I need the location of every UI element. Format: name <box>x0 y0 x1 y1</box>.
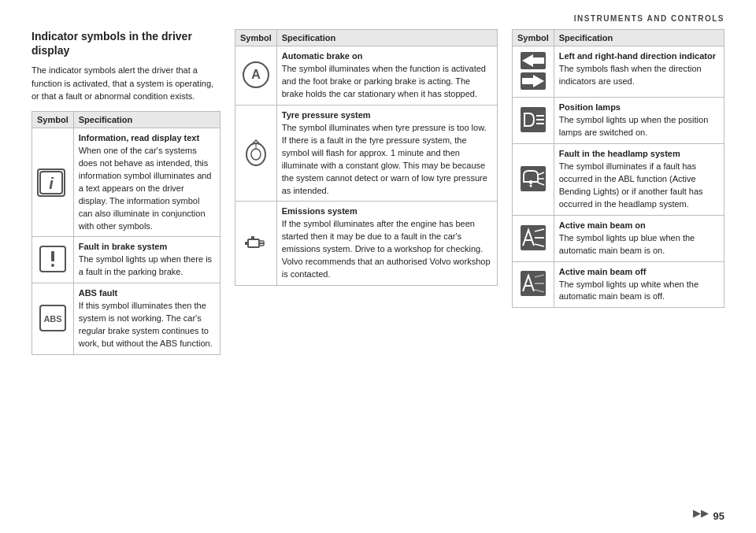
spec-text: The symbol illuminates when tyre pressur… <box>282 122 492 198</box>
spec-cell: Position lamps The symbol lights up when… <box>554 98 724 144</box>
left-section: Indicator symbols in the driver display … <box>32 29 220 355</box>
table-row: Active main beam off The symbol lights u… <box>513 261 724 308</box>
direction-arrows-icon <box>517 50 549 93</box>
middle-table: Symbol Specification A <box>235 29 498 286</box>
svg-rect-4 <box>51 251 54 261</box>
left-col1: Symbol <box>32 111 74 128</box>
table-row: Fault in brake system The symbol lights … <box>32 237 220 283</box>
spec-title: Fault in brake system <box>79 242 215 251</box>
spec-cell: ABS fault If this symbol illuminates the… <box>73 283 220 355</box>
tyre-icon: ! <box>240 139 272 168</box>
spec-text: The symbol lights up white when the auto… <box>559 279 719 304</box>
svg-point-33 <box>529 184 532 187</box>
spec-title: Tyre pressure system <box>282 110 492 120</box>
spec-title: Automatic brake on <box>282 51 492 61</box>
svg-rect-21 <box>533 57 544 64</box>
spec-cell: Fault in brake system The symbol lights … <box>73 237 220 283</box>
right-table: Symbol Specification <box>512 29 724 308</box>
engine-icon <box>240 228 272 258</box>
table-row: A Automatic brake on The symbol illumina… <box>235 46 498 105</box>
table-row: Left and right-hand direction indicator … <box>513 46 724 98</box>
spec-text: When one of the car's systems does not b… <box>79 145 215 233</box>
spec-cell: Information, read display text When one … <box>73 128 220 237</box>
left-section-title: Indicator symbols in the driver display <box>32 29 220 57</box>
auto-brake-icon: A <box>240 61 272 91</box>
spec-cell: Fault in the headlamp system The symbol … <box>554 143 724 215</box>
icon-cell <box>513 215 554 261</box>
icon-cell <box>235 202 277 286</box>
spec-text: The symbols flash when the direction ind… <box>559 63 719 88</box>
svg-point-10 <box>251 149 261 160</box>
icon-cell: ! <box>235 105 277 202</box>
page-header: INSTRUMENTS AND CONTROLS <box>0 0 756 29</box>
mid-col2: Specification <box>276 30 497 46</box>
icon-cell <box>513 143 554 215</box>
spec-cell: Active main beam off The symbol lights u… <box>554 261 724 308</box>
table-row: Position lamps The symbol lights up when… <box>513 98 724 144</box>
table-row: ABS ABS fault If this symbol illuminates… <box>32 283 220 355</box>
spec-cell: Emissions system If the symbol illuminat… <box>276 202 497 286</box>
right-col2: Specification <box>554 30 724 46</box>
table-row: i Information, read display text When on… <box>32 128 220 237</box>
icon-cell <box>513 46 554 98</box>
right-col1: Symbol <box>513 30 554 46</box>
abs-icon: ABS <box>37 304 69 334</box>
left-intro: The indicator symbols alert the driver t… <box>32 64 220 103</box>
spec-cell: Active main beam on The symbol lights up… <box>554 215 724 261</box>
svg-point-3 <box>51 264 54 267</box>
spec-title: Information, read display text <box>79 133 215 143</box>
svg-text:A: A <box>251 68 261 81</box>
table-row: Active main beam on The symbol lights up… <box>513 215 724 261</box>
info-icon: i <box>37 168 65 197</box>
headlamp-fault-icon <box>517 165 549 194</box>
position-lamps-icon <box>517 105 549 135</box>
spec-text: The symbol illuminates when the function… <box>282 63 492 101</box>
main-beam-on-icon <box>517 224 549 254</box>
spec-cell: Left and right-hand direction indicator … <box>554 46 724 98</box>
left-table: Symbol Specification i <box>32 111 220 355</box>
icon-cell: ABS <box>32 283 74 355</box>
spec-title: Active main beam off <box>559 267 719 276</box>
icon-cell: i <box>32 128 74 237</box>
icon-cell: A <box>235 46 277 105</box>
right-section: Symbol Specification <box>512 29 724 355</box>
svg-rect-12 <box>248 239 259 247</box>
icon-cell <box>513 98 554 144</box>
svg-rect-34 <box>529 180 532 184</box>
next-arrow: ▶▶ <box>693 507 709 519</box>
icon-cell <box>513 261 554 308</box>
page-number: 95 <box>713 510 724 522</box>
table-row: Emissions system If the symbol illuminat… <box>235 202 498 286</box>
svg-text:!: ! <box>254 143 257 150</box>
spec-text: If this symbol illuminates then the syst… <box>79 300 215 350</box>
spec-text: If the symbol illuminates after the engi… <box>282 218 492 281</box>
header-title: INSTRUMENTS AND CONTROLS <box>574 14 724 23</box>
spec-text: The symbol lights up when the position l… <box>559 114 719 139</box>
spec-title: Emissions system <box>282 206 492 216</box>
table-row: Fault in the headlamp system The symbol … <box>513 143 724 215</box>
svg-text:i: i <box>49 175 54 192</box>
spec-cell: Tyre pressure system The symbol illumina… <box>276 105 497 202</box>
main-beam-off-icon <box>517 269 549 299</box>
spec-title: Left and right-hand direction indicator <box>559 51 719 61</box>
exclamation-icon <box>37 245 69 275</box>
spec-title: ABS fault <box>79 288 215 298</box>
table-row: ! Tyre pressure system The symbol illumi… <box>235 105 498 202</box>
spec-title: Fault in the headlamp system <box>559 149 719 158</box>
spec-text: The symbol lights up when there is a fau… <box>79 254 215 279</box>
spec-text: The symbol illuminates if a fault has oc… <box>559 161 719 211</box>
middle-section: Symbol Specification A <box>235 29 498 355</box>
left-col2: Specification <box>73 111 220 128</box>
spec-title: Position lamps <box>559 102 719 112</box>
page-content: Indicator symbols in the driver display … <box>0 29 756 355</box>
icon-cell <box>32 237 74 283</box>
spec-title: Active main beam on <box>559 220 719 230</box>
spec-text: The symbol lights up blue when the autom… <box>559 232 719 257</box>
spec-cell: Automatic brake on The symbol illuminate… <box>276 46 497 105</box>
mid-col1: Symbol <box>235 30 277 46</box>
svg-text:ABS: ABS <box>43 314 61 324</box>
svg-rect-24 <box>522 78 533 84</box>
